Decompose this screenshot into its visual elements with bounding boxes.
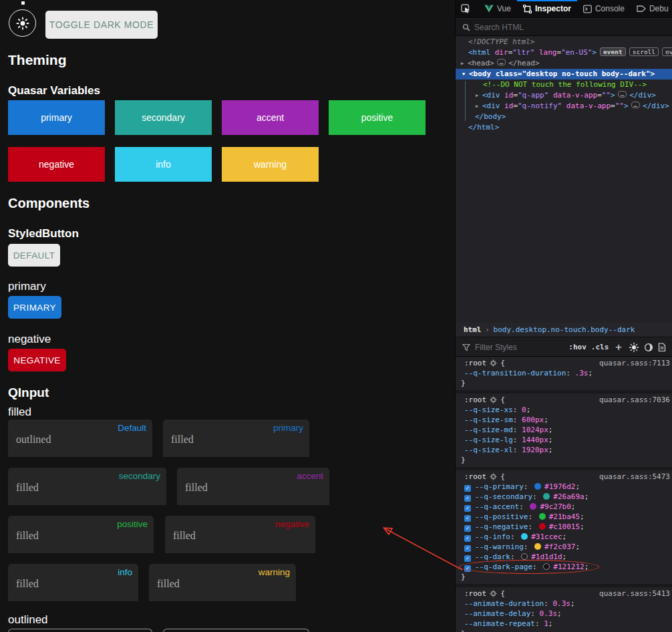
property-name[interactable]: --q-transition-duration (464, 369, 566, 377)
declaration-checkbox[interactable]: ✓ (464, 515, 471, 522)
expand-caret-icon[interactable]: ▶ (476, 90, 482, 101)
property-value[interactable]: #31ccec (531, 532, 562, 541)
declaration-checkbox[interactable]: ✓ (464, 505, 471, 512)
color-swatch-circle[interactable] (521, 553, 528, 560)
color-swatch-circle[interactable] (543, 563, 550, 570)
property-name[interactable]: --animate-duration (464, 599, 544, 608)
color-swatch-circle[interactable] (534, 483, 541, 490)
declaration-checkbox[interactable]: ✓ (464, 565, 471, 572)
markup-node[interactable]: ▶<div id="q-app" data-v-app="">…</div> (456, 90, 672, 101)
rule-selector[interactable]: :root (464, 472, 486, 482)
node-badge[interactable]: scroll (629, 47, 659, 56)
markup-node[interactable]: <!DOCTYPE html> (456, 37, 672, 47)
property-value[interactable]: 0 (522, 406, 526, 414)
markup-node[interactable]: </html> (456, 122, 672, 133)
color-swatch-circle[interactable] (539, 513, 546, 520)
property-value[interactable]: 0.3s (552, 599, 570, 608)
rule-source-link[interactable]: quasar.sass:5413 (599, 589, 670, 599)
qinput-default[interactable]: Defaultoutlined (8, 420, 152, 457)
declaration-checkbox[interactable]: ✓ (464, 555, 471, 562)
property-value[interactable]: #26a69a (553, 492, 584, 501)
markup-node[interactable]: ▶<div id="q-notify" data-v-app="">…</div… (456, 101, 672, 112)
property-name[interactable]: --q-secondary (475, 492, 532, 501)
qinput-warning[interactable]: warningfilled (149, 564, 296, 601)
rule-selector[interactable]: :root (464, 358, 486, 368)
dark-scheme-icon[interactable] (644, 343, 653, 352)
qinput-secondary[interactable]: secondaryfilled (8, 468, 166, 505)
property-name[interactable]: --q-size-lg (464, 436, 513, 444)
node-badge[interactable]: ove (662, 47, 672, 56)
declaration-checkbox[interactable]: ✓ (464, 525, 471, 532)
property-value[interactable]: 1 (544, 619, 548, 628)
filter-styles-input[interactable]: Filter Styles (475, 343, 564, 352)
collapse-caret-icon[interactable]: ▼ (462, 69, 469, 80)
light-scheme-icon[interactable] (629, 342, 639, 353)
color-swatch-circle[interactable] (521, 533, 528, 540)
qinput-negative[interactable]: negativefilled (165, 516, 315, 553)
property-name[interactable]: --animate-delay (464, 609, 530, 618)
property-value[interactable]: #1976d2 (544, 482, 575, 491)
rule-source-link[interactable]: quasar.sass:7113 (599, 358, 670, 368)
property-name[interactable]: --q-size-sm (464, 416, 513, 424)
property-value[interactable]: 1920px (522, 446, 548, 454)
tab-debu[interactable]: Debu (631, 0, 672, 17)
property-name[interactable]: --q-primary (475, 482, 524, 491)
property-value[interactable]: #f2c037 (544, 542, 575, 551)
property-name[interactable]: --q-dark-page (475, 563, 532, 571)
rule-source-link[interactable]: quasar.sass:5473 (599, 472, 670, 482)
property-value[interactable]: #9c27b0 (540, 502, 570, 511)
declaration-checkbox[interactable]: ✓ (464, 535, 471, 542)
qinput-accent[interactable]: accentfilled (177, 468, 329, 505)
color-swatch-circle[interactable] (543, 493, 550, 500)
qinput-info[interactable]: infofilled (8, 564, 138, 601)
theme-toggle-button[interactable] (9, 9, 36, 37)
print-media-icon[interactable] (658, 343, 666, 352)
node-badge[interactable]: event (600, 47, 626, 56)
expand-ellipsis-icon[interactable]: … (497, 59, 506, 65)
property-value[interactable]: #121212 (553, 563, 584, 571)
pseudo-class-button[interactable]: :hov (568, 343, 586, 351)
add-rule-button[interactable]: + (615, 341, 622, 353)
property-value[interactable]: 0.3s (540, 609, 558, 618)
default-button[interactable]: DEFAULT (8, 244, 60, 267)
outlined-input-partial[interactable] (8, 629, 152, 632)
property-name[interactable]: --q-negative (475, 522, 528, 531)
property-value[interactable]: 1024px (522, 426, 548, 434)
rule-source-link[interactable]: quasar.sass:7036 (599, 395, 670, 405)
rule-selector[interactable]: :root (464, 395, 486, 405)
color-swatch-circle[interactable] (530, 503, 536, 510)
color-swatch-circle[interactable] (539, 523, 546, 530)
primary-button[interactable]: PRIMARY (8, 296, 61, 319)
class-panel-button[interactable]: .cls (591, 343, 609, 351)
search-html-input[interactable]: Search HTML (456, 19, 672, 36)
markup-node[interactable]: <!--DO NOT touch the following DIV--> (456, 80, 672, 90)
outlined-input-partial[interactable] (163, 629, 309, 632)
markup-node[interactable]: </body> (456, 112, 672, 122)
property-name[interactable]: --q-size-xl (464, 446, 513, 454)
markup-node[interactable]: ▶<head>…</head> (456, 58, 672, 69)
property-name[interactable]: --animate-repeat (464, 619, 535, 628)
breadcrumb-body[interactable]: body.desktop.no-touch.body--dark (494, 325, 635, 334)
pick-element-icon[interactable] (456, 0, 476, 17)
property-name[interactable]: --q-size-xs (464, 406, 513, 414)
declaration-checkbox[interactable]: ✓ (464, 495, 471, 502)
property-name[interactable]: --q-positive (475, 512, 528, 521)
property-value[interactable]: .3s (575, 369, 589, 377)
property-name[interactable]: --q-dark (475, 552, 510, 561)
tab-inspector[interactable]: Inspector (517, 0, 577, 17)
expand-ellipsis-icon[interactable]: … (631, 102, 640, 108)
property-name[interactable]: --q-size-md (464, 426, 513, 434)
tab-console[interactable]: Console (577, 0, 631, 17)
color-swatch-circle[interactable] (534, 543, 541, 550)
negative-button[interactable]: NEGATIVE (8, 349, 66, 371)
markup-node[interactable]: <html dir="ltr" lang="en-US">eventscroll… (456, 47, 672, 58)
rule-selector[interactable]: :root (464, 589, 486, 599)
breadcrumb-html[interactable]: html (464, 325, 482, 334)
declaration-checkbox[interactable]: ✓ (464, 545, 471, 552)
markup-node[interactable]: ▼<body class="desktop no-touch body--dar… (456, 69, 672, 80)
expand-caret-icon[interactable]: ▶ (476, 101, 482, 112)
property-value[interactable]: #21ba45 (549, 512, 580, 521)
property-value[interactable]: #c10015 (549, 522, 580, 531)
qinput-primary[interactable]: primaryfilled (163, 420, 309, 457)
expand-caret-icon[interactable]: ▶ (461, 58, 468, 69)
